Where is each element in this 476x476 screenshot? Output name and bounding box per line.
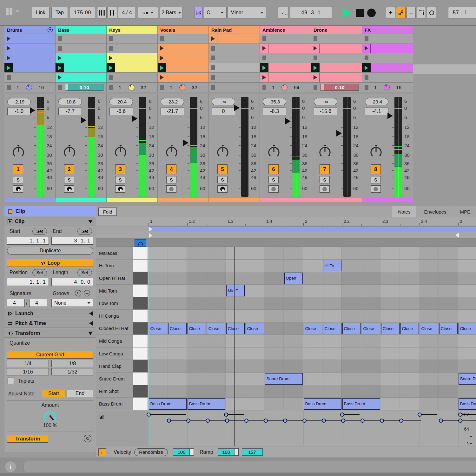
drum-row-label[interactable]: Mid Conga [96,335,133,347]
pan-knob[interactable] [215,144,230,159]
stop-button[interactable] [109,36,113,41]
groove-select[interactable]: None [51,299,93,307]
solo-button[interactable]: S [166,176,176,183]
midi-note[interactable]: Close [420,323,439,334]
volume-fader-handle[interactable] [336,130,342,136]
groove-commit-icon[interactable]: ↻ [75,290,81,296]
clip-launch-button[interactable] [209,34,217,43]
pan-knob[interactable] [62,144,77,159]
midi-note[interactable]: Bass Drum [304,398,342,410]
clip-slot[interactable] [4,53,55,63]
peak-level-field[interactable]: -35.3 [263,98,286,105]
clip-launch-button[interactable] [260,73,268,82]
loop-start-marker[interactable] [149,227,152,232]
end-set-button[interactable]: Set [77,228,92,235]
nudge-up-button[interactable] [108,7,117,18]
solo-button[interactable]: S [268,176,279,183]
velocity-point[interactable] [340,413,344,417]
automation-arm-button[interactable] [396,7,406,18]
stop-button[interactable] [7,75,11,80]
stop-button[interactable] [211,56,215,60]
drum-key[interactable] [133,360,148,372]
stop-button[interactable] [262,36,266,41]
adjust-note-start-button[interactable]: Start [42,390,65,397]
clip-slot[interactable] [311,53,362,63]
arm-button[interactable] [320,185,330,193]
clip-slot[interactable] [158,73,208,83]
quantize-1-8-button[interactable]: 1/8 [51,360,93,367]
info-icon[interactable]: i [5,461,16,472]
tab-notes[interactable]: Notes [392,206,416,217]
drum-key[interactable] [133,310,148,322]
midi-note[interactable]: Close [149,323,168,334]
volume-fader-handle[interactable] [387,113,393,119]
track-header[interactable]: Keys [107,26,157,34]
drum-key[interactable] [133,335,148,347]
amount-knob[interactable] [43,409,57,424]
velocity-point[interactable] [458,419,462,423]
track-header[interactable]: FX [362,26,413,34]
track-number-button[interactable]: 8 [371,164,381,174]
session-record-button[interactable] [427,7,436,18]
clip-slot[interactable] [260,34,311,44]
clip-slot[interactable] [209,34,260,44]
midi-note[interactable]: Hi To [323,260,342,271]
drum-row-lane[interactable] [148,310,476,322]
clip-slot[interactable] [260,73,311,83]
tap-tempo-button[interactable]: Tap [51,7,68,18]
stop-button[interactable] [211,75,215,80]
drum-row-lane[interactable] [148,347,476,360]
position-set-button[interactable]: Set [32,269,47,276]
follow-button[interactable]: →‥ [278,7,289,18]
stop-button[interactable] [365,56,368,60]
drum-row-label[interactable]: Mid Tom [96,285,133,297]
clip-launch-button[interactable] [4,63,13,73]
beat-time-ruler[interactable]: 11.21.31.422.22.32.43 [96,217,476,226]
drum-row-label[interactable]: Low Tom [96,297,133,309]
clip-slot[interactable] [107,53,157,63]
track-stop-button[interactable] [160,85,164,90]
drum-row-lane[interactable] [148,260,476,272]
clip-slot[interactable] [4,34,55,44]
transform-section-header[interactable]: Transform [4,329,96,338]
time-signature-field[interactable]: 4 / 4 [118,7,136,18]
drum-row-label[interactable]: Hi Conga [96,310,133,322]
launch-section-header[interactable]: Launch [4,309,96,318]
ramp-from-field[interactable]: 100 [218,448,239,456]
new-midi-button[interactable]: + [386,7,395,18]
arm-button[interactable] [371,185,381,193]
pan-knob[interactable] [11,144,26,159]
peak-level-field[interactable]: -23.2 [161,98,184,105]
volume-field[interactable]: -1.0 [7,108,31,115]
drum-key[interactable] [133,322,148,335]
peak-level-field[interactable]: -2.19 [7,98,31,105]
clip-slot[interactable] [158,63,208,73]
randomize-button[interactable]: Randomize [134,448,168,456]
groove-extract-icon[interactable]: → [84,290,90,296]
clip-launch-button[interactable] [107,63,115,73]
track-number-button[interactable]: 2 [64,164,74,174]
arm-button[interactable] [64,185,74,193]
quantize-1-4-button[interactable]: 1/4 [7,360,49,367]
scrub-area[interactable] [96,232,476,239]
adjust-note-end-button[interactable]: End [67,390,93,397]
midi-note[interactable]: Bass Drum [188,398,226,410]
clip-launch-button[interactable] [158,44,166,53]
track-header[interactable]: Bass [56,26,106,34]
midi-note[interactable]: Bass Drum [149,398,187,410]
pitch-time-section-header[interactable]: Pitch & Time [4,319,96,328]
clip-launch-button[interactable] [56,63,64,73]
clip-slot[interactable] [311,63,362,73]
clip-slot[interactable] [56,73,106,83]
drum-row-label[interactable]: Hi Tom [96,260,133,272]
start-set-button[interactable]: Set [32,228,47,235]
peak-level-field[interactable]: -∞ [314,98,337,105]
midi-note[interactable]: Close [439,323,458,334]
volume-field[interactable]: -21.7 [161,108,184,115]
stop-button[interactable] [160,36,164,41]
arm-button[interactable] [115,185,125,193]
midi-note[interactable]: Snare Drum [459,373,476,385]
clip-launch-button[interactable] [56,53,64,63]
pan-knob[interactable] [164,144,179,159]
tempo-field[interactable]: 175.00 [70,7,95,18]
